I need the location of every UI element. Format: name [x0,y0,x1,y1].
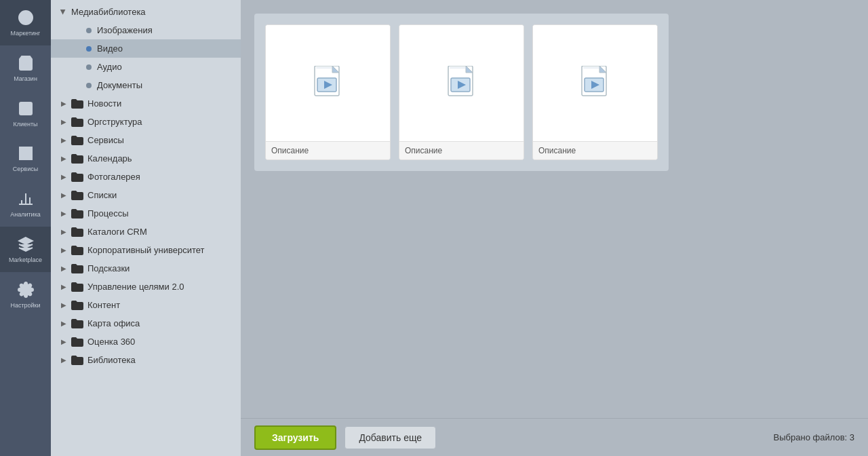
shop-icon [16,54,35,73]
nav-item-hints[interactable]: ▶ Подсказки [51,259,241,278]
nav-label-video: Видео [97,43,123,54]
svg-rect-8 [20,154,25,159]
nav-item-processes[interactable]: ▶ Процессы [51,204,241,223]
sidebar-item-marketing-label: Маркетинг [11,30,41,37]
svg-rect-26 [583,67,599,69]
sidebar-item-shop[interactable]: Магазин [0,45,51,91]
services-icon [16,144,35,163]
svg-point-2 [24,16,27,19]
folder-content-icon [71,301,83,310]
nav-label-office-map: Карта офиса [87,318,140,328]
sidebar-item-marketplace-label: Marketplace [9,256,42,264]
sidebar-item-clients[interactable]: 24 Клиенты [0,91,51,136]
media-card-2-preview [399,25,524,141]
dot-video [86,46,92,52]
folder-hints-icon [71,264,83,273]
sidebar-item-analytics[interactable]: Аналитика [0,181,51,227]
sidebar-icons: Маркетинг Магазин 24 Клиенты [0,0,51,456]
arrow-crm-catalogs: ▶ [59,227,68,237]
arrow-hints: ▶ [59,264,68,273]
nav-item-media-library[interactable]: ▶ Медиабиблиотека [51,3,241,21]
arrow-content: ▶ [59,301,68,310]
files-count-label: Выбрано файлов: 3 [774,432,854,442]
media-card-3-label: Описание [533,141,657,159]
arrow-office-map: ▶ [59,319,68,328]
nav-label-corp-university: Корпоративный университет [87,245,204,255]
nav-item-video[interactable]: Видео [51,39,241,58]
sidebar-item-analytics-label: Аналитика [10,211,41,218]
arrow-lists: ▶ [59,191,68,200]
clients-icon: 24 [16,99,35,118]
folder-services-icon [71,136,83,145]
arrow-photogallery: ▶ [59,172,68,182]
folder-corp-university-icon [71,246,83,255]
nav-item-documents[interactable]: Документы [51,76,241,94]
upload-button[interactable]: Загрузить [254,425,336,450]
nav-label-services: Сервисы [87,135,124,145]
nav-item-orgstructure[interactable]: ▶ Оргструктура [51,113,241,131]
svg-rect-9 [26,154,32,159]
nav-item-library[interactable]: ▶ Библиотека [51,351,241,369]
nav-item-corp-university[interactable]: ▶ Корпоративный университет [51,241,241,259]
nav-item-news[interactable]: ▶ Новости [51,94,241,113]
media-card-3[interactable]: Описание [532,24,658,160]
nav-label-lists: Списки [87,190,117,200]
nav-tree: ▶ Медиабиблиотека Изображения Видео Ауди… [51,0,241,456]
nav-item-audio[interactable]: Аудио [51,58,241,76]
main-content: Описание Описание [241,0,868,456]
sidebar-item-marketing[interactable]: Маркетинг [0,0,51,45]
folder-rating-360-icon [71,337,83,347]
nav-label-news: Новости [87,98,121,109]
nav-label-processes: Процессы [87,208,129,218]
folder-orgstructure-icon [71,117,83,127]
media-card-1-preview [266,25,390,141]
arrow-corp-university: ▶ [59,246,68,255]
nav-item-crm-catalogs[interactable]: ▶ Каталоги CRM [51,223,241,241]
nav-label-content: Контент [87,300,120,310]
nav-item-rating-360[interactable]: ▶ Оценка 360 [51,332,241,351]
arrow-processes: ▶ [59,209,68,218]
media-card-1[interactable]: Описание [265,24,391,160]
folder-crm-catalogs-icon [71,227,83,237]
arrow-news: ▶ [59,99,68,109]
media-card-2-label: Описание [399,141,524,159]
folder-photogallery-icon [71,172,83,182]
nav-item-office-map[interactable]: ▶ Карта офиса [51,314,241,332]
nav-label-rating-360: Оценка 360 [87,337,135,347]
sidebar-item-marketplace[interactable]: Marketplace [0,227,51,272]
sidebar-item-services-label: Сервисы [13,166,38,173]
nav-item-images[interactable]: Изображения [51,21,241,39]
nav-label-orgstructure: Оргструктура [87,117,142,127]
media-card-1-label: Описание [266,141,390,159]
sidebar-item-services[interactable]: Сервисы [0,136,51,181]
media-panel: Описание Описание [254,14,669,171]
folder-office-map-icon [71,319,83,328]
nav-label-crm-catalogs: Каталоги CRM [87,227,147,237]
analytics-icon [16,189,35,208]
arrow-calendar: ▶ [59,154,68,164]
nav-item-content[interactable]: ▶ Контент [51,296,241,314]
add-more-button[interactable]: Добавить еще [344,426,436,449]
nav-item-photogallery[interactable]: ▶ Фотогалерея [51,168,241,186]
dot-documents [86,83,92,88]
nav-item-services-tree[interactable]: ▶ Сервисы [51,131,241,149]
bottom-bar: Загрузить Добавить еще Выбрано файлов: 3 [241,418,868,456]
nav-label-calendar: Календарь [87,153,132,164]
sidebar-item-settings[interactable]: Настройки [0,272,51,318]
nav-item-goals-mgmt[interactable]: ▶ Управление целями 2.0 [51,278,241,296]
target-icon [16,8,35,27]
marketplace-icon [16,235,35,254]
nav-label-library: Библиотека [87,355,136,365]
arrow-services: ▶ [59,136,68,145]
folder-lists-icon [71,191,83,200]
media-card-2[interactable]: Описание [399,24,524,160]
nav-item-lists[interactable]: ▶ Списки [51,186,241,204]
nav-label-goals-mgmt: Управление целями 2.0 [87,282,184,292]
nav-label-hints: Подсказки [87,263,130,273]
folder-goals-mgmt-icon [71,282,83,292]
settings-icon [16,280,35,299]
svg-rect-18 [316,67,332,69]
media-card-3-preview [533,25,657,141]
nav-item-calendar[interactable]: ▶ Календарь [51,149,241,168]
dot-audio [86,64,92,70]
